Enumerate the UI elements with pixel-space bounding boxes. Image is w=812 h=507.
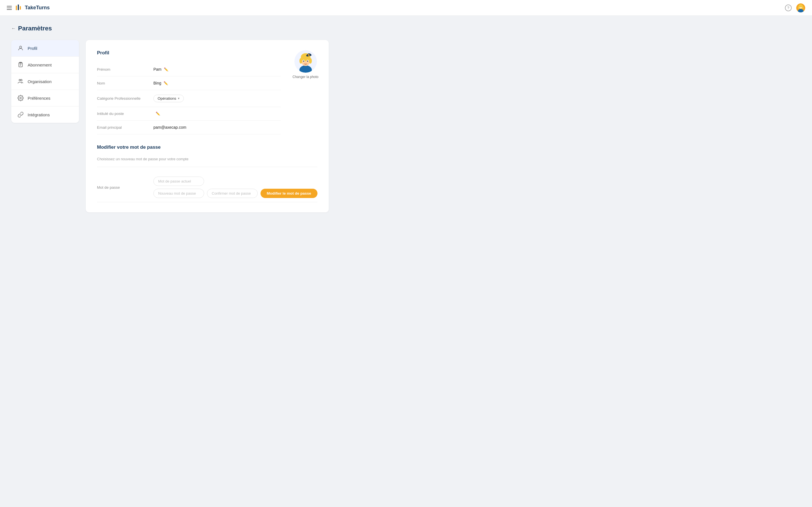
field-row-poste: Intitulé du poste ✏️ [97, 107, 281, 121]
svg-point-26 [308, 54, 310, 56]
edit-poste-icon[interactable]: ✏️ [156, 112, 160, 116]
password-section-title: Modifier votre mot de passe [97, 145, 317, 150]
users-icon [17, 78, 24, 84]
password-divider [97, 167, 317, 167]
field-label-categorie: Catégorie Professionnelle [97, 96, 153, 101]
sidebar-item-integrations[interactable]: Intégrations [11, 107, 79, 123]
user-icon [17, 45, 24, 51]
back-button[interactable]: ← [11, 26, 16, 31]
svg-point-16 [20, 97, 21, 99]
page-header: ← Paramètres [11, 25, 327, 32]
logo-icon [15, 4, 23, 12]
field-label-email: Email principal [97, 125, 153, 129]
edit-nom-icon[interactable]: ✏️ [163, 81, 168, 86]
field-value-email: pam@axecap.com [153, 125, 186, 129]
main-container: ← Paramètres Profil Abonn [0, 16, 338, 221]
svg-point-15 [20, 79, 22, 81]
header-left: TakeTurns [7, 4, 50, 12]
settings-sidebar: Profil Abonnement [11, 40, 79, 123]
current-password-input[interactable] [153, 177, 204, 186]
sidebar-item-profil[interactable]: Profil [11, 40, 79, 57]
photo-section: Changer la photo [292, 50, 318, 79]
svg-point-30 [307, 61, 308, 62]
logo-text: TakeTurns [25, 5, 50, 11]
app-logo: TakeTurns [15, 4, 50, 12]
sidebar-item-organisation[interactable]: Organisation [11, 73, 79, 90]
edit-prenom-icon[interactable]: ✏️ [164, 67, 168, 71]
link-icon [17, 112, 24, 118]
sidebar-item-abonnement[interactable]: Abonnement [11, 57, 79, 73]
page-title: Paramètres [18, 25, 52, 32]
sidebar-label-organisation: Organisation [28, 79, 52, 84]
field-label-nom: Nom [97, 81, 153, 86]
svg-rect-1 [18, 4, 19, 10]
app-header: TakeTurns ? [0, 0, 812, 16]
svg-point-7 [798, 6, 800, 9]
sidebar-label-profil: Profil [28, 46, 37, 51]
password-row: Mot de passe Modifier le mot de passe [97, 173, 317, 202]
field-label-poste: Intitulé du poste [97, 112, 153, 116]
change-photo-label[interactable]: Changer la photo [292, 75, 318, 79]
password-inputs-row: Modifier le mot de passe [153, 189, 317, 198]
svg-point-29 [303, 61, 304, 62]
category-value: Opérations [158, 96, 176, 101]
svg-point-8 [802, 6, 804, 9]
profile-fields: Prénom Pam ✏️ Nom Bing ✏️ Catégo [97, 62, 281, 134]
sidebar-label-integrations: Intégrations [28, 112, 50, 117]
field-value-nom: Bing ✏️ [153, 81, 168, 86]
sidebar-label-preferences: Préférences [28, 96, 50, 101]
field-row-prenom: Prénom Pam ✏️ [97, 62, 281, 76]
field-label-prenom: Prénom [97, 67, 153, 71]
field-value-prenom: Pam ✏️ [153, 67, 168, 71]
svg-rect-0 [16, 6, 17, 10]
submit-password-button[interactable]: Modifier le mot de passe [260, 189, 317, 198]
password-inputs-container: Modifier le mot de passe [153, 177, 317, 198]
sidebar-label-abonnement: Abonnement [28, 62, 52, 67]
password-section: Modifier votre mot de passe Choisissez u… [97, 145, 317, 202]
svg-point-23 [309, 58, 312, 64]
svg-point-9 [19, 46, 21, 48]
profile-section-title: Profil [97, 50, 317, 56]
user-avatar-header[interactable] [796, 3, 805, 12]
svg-rect-2 [20, 6, 21, 10]
svg-point-22 [299, 58, 302, 64]
clipboard-icon [17, 62, 24, 68]
header-right: ? [785, 3, 805, 12]
chevron-down-icon: ▾ [178, 97, 180, 100]
field-value-poste: ✏️ [153, 112, 160, 116]
field-row-nom: Nom Bing ✏️ [97, 76, 281, 90]
new-password-input[interactable] [153, 189, 204, 198]
hamburger-menu[interactable] [7, 6, 12, 10]
field-row-email: Email principal pam@axecap.com [97, 121, 281, 134]
sidebar-item-preferences[interactable]: Préférences [11, 90, 79, 107]
help-button[interactable]: ? [785, 4, 792, 11]
password-label: Mot de passe [97, 185, 153, 189]
gear-icon [17, 95, 24, 101]
password-subtitle: Choisissez un nouveau mot de passe pour … [97, 157, 317, 161]
profile-avatar[interactable] [294, 50, 317, 73]
confirm-password-input[interactable] [207, 189, 258, 198]
content-layout: Profil Abonnement [11, 40, 327, 212]
field-row-categorie: Catégorie Professionnelle Opérations ▾ [97, 90, 281, 107]
category-dropdown[interactable]: Opérations ▾ [153, 95, 184, 102]
profile-card: Profil [86, 40, 329, 212]
